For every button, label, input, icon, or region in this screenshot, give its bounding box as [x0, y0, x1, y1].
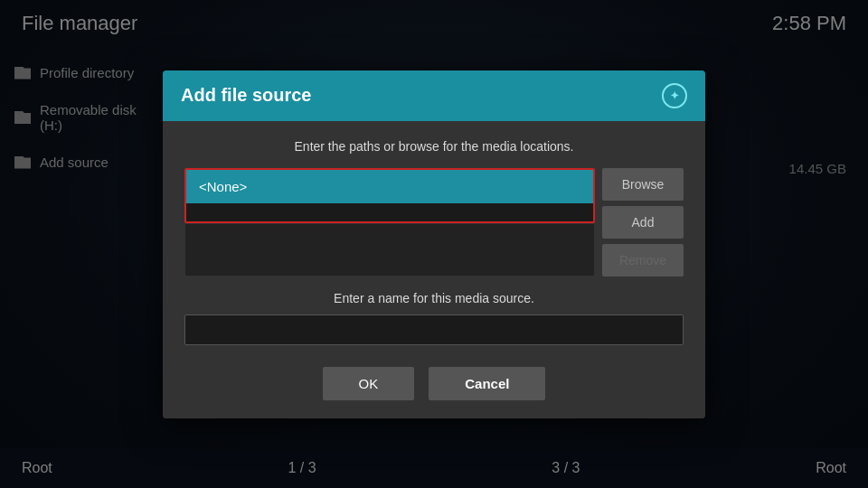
cancel-button[interactable]: Cancel [429, 367, 545, 400]
source-input-wrapper [184, 168, 595, 223]
sources-area: Browse Add Remove [184, 168, 684, 277]
dialog-header: Add file source ✦ [163, 70, 705, 121]
source-path-input[interactable] [186, 170, 593, 203]
dialog-footer: OK Cancel [184, 360, 684, 400]
media-source-name-input[interactable] [184, 314, 684, 345]
browse-button[interactable]: Browse [602, 168, 684, 201]
side-buttons: Browse Add Remove [602, 168, 684, 277]
add-button[interactable]: Add [602, 206, 684, 239]
sources-list [184, 168, 595, 277]
dialog-overlay: Add file source ✦ Enter the paths or bro… [0, 0, 868, 488]
dialog-title: Add file source [181, 85, 311, 106]
add-file-source-dialog: Add file source ✦ Enter the paths or bro… [163, 70, 705, 418]
bottom-instruction: Enter a name for this media source. [184, 291, 684, 305]
top-instruction: Enter the paths or browse for the media … [184, 139, 684, 154]
dialog-body: Enter the paths or browse for the media … [163, 121, 705, 418]
kodi-icon[interactable]: ✦ [662, 83, 687, 108]
remove-button[interactable]: Remove [602, 244, 684, 277]
name-section: Enter a name for this media source. [184, 291, 684, 345]
ok-button[interactable]: OK [323, 367, 415, 400]
source-empty-area [184, 223, 595, 277]
